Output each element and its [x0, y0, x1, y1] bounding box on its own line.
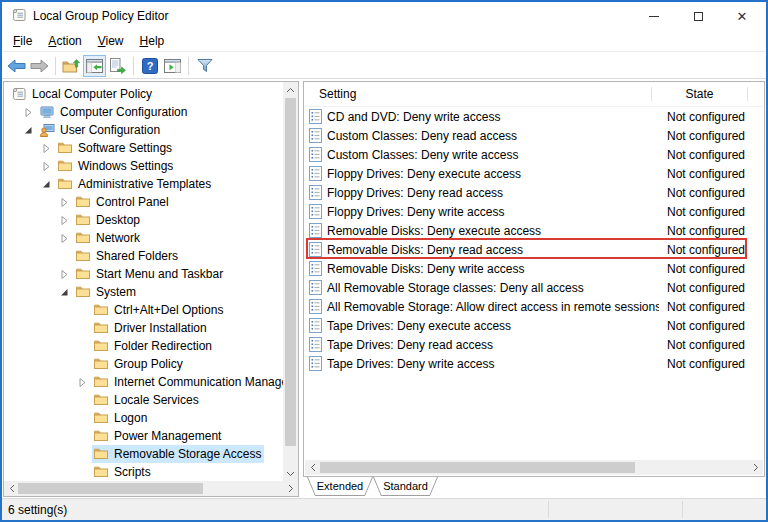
tree-item-ctrl-alt-del-options[interactable]: Ctrl+Alt+Del Options: [4, 301, 283, 319]
state-value: Not configured: [659, 148, 764, 162]
folder-icon: [75, 284, 91, 300]
tree-item-folder-redirection[interactable]: Folder Redirection: [4, 337, 283, 355]
scrollbar-thumb[interactable]: [320, 462, 635, 473]
tab-standard[interactable]: Standard: [373, 477, 438, 496]
list-item[interactable]: Custom Classes: Deny write accessNot con…: [304, 145, 764, 164]
list-item[interactable]: Removable Disks: Deny execute accessNot …: [304, 221, 764, 240]
state-value: Not configured: [659, 167, 764, 181]
menu-action[interactable]: Action: [40, 32, 89, 50]
tree-item-driver-installation[interactable]: Driver Installation: [4, 319, 283, 337]
chevron-collapsed-icon[interactable]: [42, 139, 56, 157]
scrollbar-thumb[interactable]: [18, 483, 203, 494]
folder-icon: [75, 230, 91, 246]
state-value: Not configured: [659, 262, 764, 276]
list-item[interactable]: Tape Drives: Deny execute accessNot conf…: [304, 316, 764, 335]
folder-icon: [75, 212, 91, 228]
maximize-button[interactable]: [676, 2, 720, 30]
list-item[interactable]: Floppy Drives: Deny execute accessNot co…: [304, 164, 764, 183]
list-item[interactable]: All Removable Storage classes: Deny all …: [304, 278, 764, 297]
chevron-collapsed-icon[interactable]: [42, 157, 56, 175]
scroll-left-icon[interactable]: [4, 481, 19, 496]
tree-item-locale-services[interactable]: Locale Services: [4, 391, 283, 409]
scroll-up-icon[interactable]: [283, 82, 298, 97]
scroll-icon: [11, 86, 27, 102]
chevron-collapsed-icon[interactable]: [78, 373, 92, 391]
computer-icon: [39, 104, 55, 120]
list-item[interactable]: Floppy Drives: Deny write accessNot conf…: [304, 202, 764, 221]
tree-item-group-policy[interactable]: Group Policy: [4, 355, 283, 373]
chevron-collapsed-icon[interactable]: [60, 211, 74, 229]
menu-help[interactable]: Help: [132, 32, 173, 50]
chevron-expanded-icon[interactable]: [60, 283, 74, 301]
tree-item-software-settings[interactable]: Software Settings: [4, 139, 283, 157]
show-console-tree-button[interactable]: [83, 55, 106, 77]
scroll-right-icon[interactable]: [748, 460, 763, 475]
policy-setting-icon: [309, 166, 322, 181]
help-button[interactable]: ?: [138, 55, 161, 77]
chevron-collapsed-icon[interactable]: [60, 265, 74, 283]
tree-item-computer-configuration[interactable]: Computer Configuration: [4, 103, 283, 121]
tree-item-network[interactable]: Network: [4, 229, 283, 247]
tree-item-control-panel[interactable]: Control Panel: [4, 193, 283, 211]
list-item[interactable]: Removable Disks: Deny write accessNot co…: [304, 259, 764, 278]
folder-icon: [93, 374, 109, 390]
tree-item-administrative-templates[interactable]: Administrative Templates: [4, 175, 283, 193]
scroll-down-icon[interactable]: [283, 466, 298, 481]
up-one-level-button[interactable]: [60, 55, 83, 77]
chevron-none: [78, 391, 92, 409]
tree-item-removable-storage-access[interactable]: Removable Storage Access: [4, 445, 283, 463]
scrollbar-thumb[interactable]: [285, 98, 296, 446]
list-item[interactable]: CD and DVD: Deny write accessNot configu…: [304, 107, 764, 126]
export-list-button[interactable]: [106, 55, 129, 77]
list-item[interactable]: Tape Drives: Deny read accessNot configu…: [304, 335, 764, 354]
tree-item-logon[interactable]: Logon: [4, 409, 283, 427]
chevron-expanded-icon[interactable]: [24, 121, 38, 139]
menu-file[interactable]: File: [5, 32, 40, 50]
state-value: Not configured: [659, 281, 764, 295]
chevron-expanded-icon[interactable]: [42, 175, 56, 193]
tab-extended[interactable]: Extended: [307, 477, 373, 496]
chevron-collapsed-icon[interactable]: [24, 103, 38, 121]
list-item-highlighted[interactable]: Removable Disks: Deny read accessNot con…: [304, 240, 764, 259]
tree-item-user-configuration[interactable]: User Configuration: [4, 121, 283, 139]
forward-button[interactable]: [28, 55, 51, 77]
scroll-right-icon[interactable]: [283, 481, 298, 496]
tree-vertical-scrollbar[interactable]: [283, 82, 298, 481]
list-item[interactable]: All Removable Storage: Allow direct acce…: [304, 297, 764, 316]
policy-setting-icon: [309, 356, 322, 371]
minimize-icon: [649, 16, 659, 17]
tree-item-system[interactable]: System: [4, 283, 283, 301]
tree-item-scripts[interactable]: Scripts: [4, 463, 283, 481]
minimize-button[interactable]: [632, 2, 676, 30]
filter-button[interactable]: [193, 55, 216, 77]
list-horizontal-scrollbar[interactable]: [305, 460, 763, 475]
column-header-state[interactable]: State: [651, 87, 748, 101]
tree-item-start-menu-and-taskbar[interactable]: Start Menu and Taskbar: [4, 265, 283, 283]
settings-list: Setting State CD and DVD: Deny write acc…: [303, 81, 765, 477]
chevron-none: [78, 337, 92, 355]
folder-icon: [93, 410, 109, 426]
scroll-left-icon[interactable]: [305, 460, 320, 475]
tree-item-shared-folders[interactable]: Shared Folders: [4, 247, 283, 265]
state-value: Not configured: [659, 319, 764, 333]
show-action-pane-button[interactable]: [161, 55, 184, 77]
menu-view[interactable]: View: [90, 32, 132, 50]
policy-setting-icon: [309, 318, 322, 333]
chevron-collapsed-icon[interactable]: [60, 229, 74, 247]
list-item[interactable]: Custom Classes: Deny read accessNot conf…: [304, 126, 764, 145]
list-item[interactable]: Tape Drives: Deny write accessNot config…: [304, 354, 764, 373]
list-item[interactable]: Floppy Drives: Deny read accessNot confi…: [304, 183, 764, 202]
selected-tree-item[interactable]: Removable Storage Access: [92, 445, 264, 463]
tree-item-internet-communication-management[interactable]: Internet Communication Managen: [4, 373, 283, 391]
column-header-setting[interactable]: Setting: [304, 87, 651, 101]
svg-text:?: ?: [146, 60, 153, 72]
tree-item-windows-settings[interactable]: Windows Settings: [4, 157, 283, 175]
tree-horizontal-scrollbar[interactable]: [4, 481, 298, 496]
state-value: Not configured: [659, 243, 764, 257]
tree-item-power-management[interactable]: Power Management: [4, 427, 283, 445]
back-button[interactable]: [5, 55, 28, 77]
tree-item-local-computer-policy[interactable]: Local Computer Policy: [4, 85, 283, 103]
chevron-collapsed-icon[interactable]: [60, 193, 74, 211]
close-button[interactable]: ✕: [720, 2, 764, 30]
tree-item-desktop[interactable]: Desktop: [4, 211, 283, 229]
